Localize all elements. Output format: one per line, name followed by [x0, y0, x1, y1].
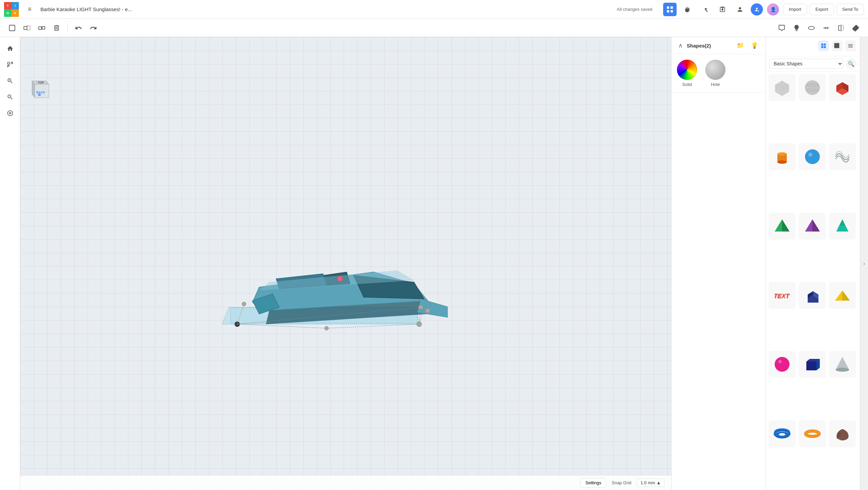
svg-point-70 — [775, 357, 789, 372]
shapes-panel-light-icon[interactable]: 💡 — [749, 41, 760, 50]
measure-button[interactable] — [849, 21, 863, 35]
shapes-search-button[interactable]: 🔍 — [846, 58, 857, 69]
sketch-button[interactable] — [805, 21, 818, 35]
toolbar-divider — [67, 23, 68, 33]
svg-rect-8 — [24, 26, 27, 29]
shape-box-blue-angled[interactable] — [799, 282, 826, 309]
shape-cube-red[interactable] — [829, 74, 856, 101]
svg-rect-7 — [9, 25, 15, 31]
svg-rect-2 — [667, 10, 669, 12]
shape-pyramid-yellow[interactable] — [829, 282, 856, 309]
shapes-library-toggle-button[interactable]: › — [860, 37, 868, 490]
topbar: T I N K ≡ Barbie Karaoke LIGHT Sunglasse… — [0, 0, 868, 19]
shapes-lib-ruler-icon[interactable] — [832, 40, 842, 51]
shape-box-stripes[interactable] — [769, 74, 796, 101]
zoom-out-button[interactable] — [4, 91, 16, 103]
hand-tool-button[interactable] — [681, 3, 694, 16]
hamburger-button[interactable]: ≡ — [23, 3, 36, 16]
svg-rect-0 — [667, 6, 669, 9]
mirror-button[interactable] — [834, 21, 848, 35]
3d-model[interactable] — [178, 179, 448, 348]
solid-option[interactable]: Solid — [677, 60, 697, 87]
shapes-lib-list-icon[interactable] — [845, 40, 856, 51]
ungroup-tool-button[interactable] — [35, 21, 49, 35]
svg-line-30 — [237, 324, 327, 328]
settings-button[interactable]: Settings — [580, 478, 606, 488]
shape-sphere-blue[interactable] — [799, 143, 826, 170]
shapes-lib-grid-icon[interactable] — [818, 40, 829, 51]
shapes-panel-folder-icon[interactable]: 📁 — [735, 41, 746, 50]
undo-button[interactable] — [72, 21, 85, 35]
svg-point-54 — [777, 160, 787, 164]
svg-point-76 — [836, 368, 849, 372]
svg-text:BACK: BACK — [36, 91, 45, 94]
svg-rect-11 — [42, 26, 45, 29]
orientation-button[interactable] — [4, 107, 16, 119]
snap-grid-value[interactable]: 1.0 mm ▲ — [637, 479, 664, 487]
svg-point-45 — [805, 80, 820, 95]
align-button[interactable] — [819, 21, 833, 35]
svg-point-80 — [779, 433, 785, 436]
shapes-category-select[interactable]: Basic Shapes Featured Shapes Community — [769, 59, 843, 69]
delete-tool-button[interactable] — [50, 21, 63, 35]
profile-button[interactable] — [733, 3, 747, 16]
shape-sphere-stripes[interactable] — [799, 74, 826, 101]
shape-pyramid-green[interactable] — [769, 213, 796, 240]
shape-wave-gray[interactable] — [829, 143, 856, 170]
export-button[interactable]: Export — [810, 4, 834, 15]
logo-t: T — [4, 2, 11, 9]
home-button[interactable] — [4, 42, 16, 55]
solid-circle — [677, 60, 697, 80]
svg-rect-72 — [806, 362, 816, 370]
logo-n: N — [4, 9, 11, 17]
shape-text-red[interactable]: TEXT TEXT — [769, 282, 796, 309]
shapes-options: Solid Hole — [672, 54, 766, 93]
logo-i: I — [11, 2, 19, 9]
zoom-in-button[interactable] — [4, 75, 16, 87]
hammer-tool-button[interactable] — [698, 3, 712, 16]
svg-rect-3 — [671, 10, 673, 12]
import-button[interactable]: Import — [783, 4, 807, 15]
shape-prism-teal[interactable] — [829, 213, 856, 240]
hole-label: Hole — [711, 82, 720, 87]
svg-marker-60 — [812, 219, 820, 232]
shape-sphere-pink[interactable] — [769, 351, 796, 378]
chevron-up-icon: ▲ — [656, 480, 661, 485]
shapes-library-header — [766, 37, 860, 56]
svg-point-24 — [337, 276, 343, 281]
logo-k: K — [11, 9, 19, 17]
svg-line-31 — [327, 324, 419, 328]
user-avatar[interactable]: 👤 — [767, 3, 779, 16]
fit-all-button[interactable] — [4, 59, 16, 71]
svg-rect-9 — [27, 26, 30, 30]
light-button[interactable] — [790, 21, 803, 35]
svg-point-53 — [777, 152, 787, 156]
shape-pyramid-purple[interactable] — [799, 213, 826, 240]
svg-rect-40 — [824, 46, 826, 48]
frame-tool-button[interactable] — [5, 21, 19, 35]
svg-marker-41 — [775, 81, 789, 96]
shapes-library-grid: TEXT TEXT — [766, 71, 860, 490]
shapes-panel-title: Shapes(2) — [687, 43, 732, 49]
shapes-collapse-button[interactable]: ∧ — [677, 42, 684, 49]
add-user-button[interactable] — [751, 3, 763, 16]
shape-box-navy[interactable] — [799, 351, 826, 378]
group-tool-button[interactable] — [20, 21, 34, 35]
grid-view-button[interactable] — [663, 3, 677, 16]
shape-torus-orange[interactable] — [799, 420, 826, 447]
shape-cylinder-orange[interactable] — [769, 143, 796, 170]
shape-torus-blue[interactable] — [769, 420, 796, 447]
sendto-button[interactable]: Send To — [837, 4, 864, 15]
shape-brown-irregular[interactable] — [829, 420, 856, 447]
clipboard-button[interactable] — [716, 3, 729, 16]
shape-cone-gray[interactable] — [829, 351, 856, 378]
canvas-area[interactable]: TOP BACK — [20, 37, 671, 490]
svg-point-56 — [808, 153, 812, 157]
view-cube[interactable]: TOP BACK — [25, 76, 53, 103]
hole-option[interactable]: Hole — [705, 60, 725, 87]
solid-label: Solid — [682, 82, 692, 87]
annotate-button[interactable] — [775, 21, 788, 35]
svg-rect-37 — [821, 43, 823, 45]
redo-button[interactable] — [87, 21, 100, 35]
svg-rect-39 — [821, 46, 823, 48]
